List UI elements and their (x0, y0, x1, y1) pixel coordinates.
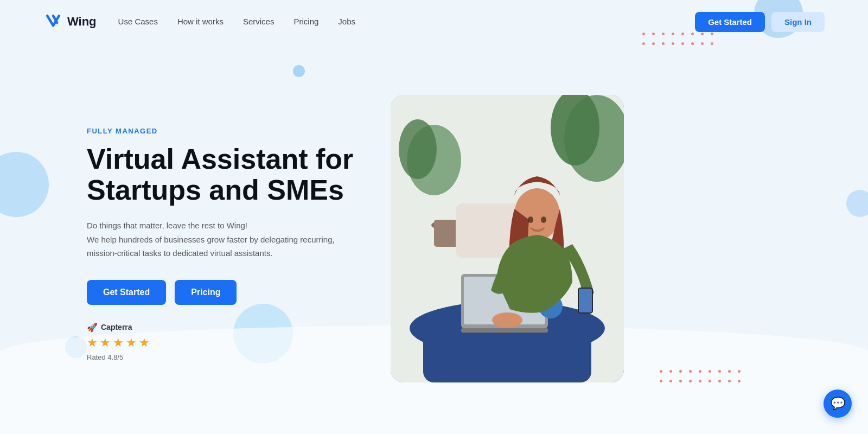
star-4-icon: ★ (126, 336, 137, 350)
chat-button[interactable]: 💬 (824, 390, 852, 418)
nav-item-services[interactable]: Services (243, 17, 275, 27)
star-5-icon: ★ (139, 336, 150, 350)
svg-rect-16 (579, 289, 592, 312)
nav-links: Use Cases How it works Services Pricing … (118, 17, 355, 27)
capterra-label: Capterra (101, 323, 132, 331)
rated-text: Rated 4.8/5 (87, 353, 391, 361)
nav-right: Get Started Sign In (695, 12, 825, 32)
svg-point-19 (541, 216, 546, 223)
hero-title: Virtual Assistant for Startups and SMEs (87, 144, 391, 206)
svg-point-4 (399, 119, 437, 179)
nav-link-services[interactable]: Services (243, 17, 275, 26)
nav-link-use-cases[interactable]: Use Cases (118, 17, 158, 26)
capterra-flag-icon: 🚀 (87, 322, 98, 333)
hero-desc-line3: mission-critical tasks to dedicated virt… (87, 248, 273, 258)
nav-link-pricing[interactable]: Pricing (293, 17, 318, 26)
star-2-icon: ★ (100, 336, 111, 350)
svg-point-17 (492, 312, 522, 328)
star-3-icon: ★ (113, 336, 124, 350)
capterra-section: 🚀 Capterra ★ ★ ★ ★ ★ Rated 4.8/5 (87, 322, 391, 361)
fully-managed-label: FULLY MANAGED (87, 127, 391, 135)
nav-item-jobs[interactable]: Jobs (338, 17, 355, 27)
chat-icon: 💬 (831, 397, 845, 411)
logo-text: Wing (67, 15, 97, 29)
logo-icon (43, 12, 63, 31)
hero-image (391, 95, 624, 382)
nav-item-use-cases[interactable]: Use Cases (118, 17, 158, 27)
nav-item-how-it-works[interactable]: How it works (177, 17, 224, 27)
nav-sign-in-button[interactable]: Sign In (771, 12, 825, 32)
hero-description: Do things that matter, leave the rest to… (87, 219, 347, 260)
hero-desc-line2: We help hundreds of businesses grow fast… (87, 235, 335, 244)
svg-point-18 (528, 216, 533, 223)
main-content: FULLY MANAGED Virtual Assistant for Star… (0, 43, 868, 434)
hero-pricing-button[interactable]: Pricing (175, 280, 237, 305)
hero-image-container (391, 95, 624, 382)
hero-title-line2: Startups and SMEs (87, 174, 344, 206)
hero-scene-svg (391, 95, 624, 382)
nav-link-jobs[interactable]: Jobs (338, 17, 355, 26)
hero-desc-line1: Do things that matter, leave the rest to… (87, 221, 247, 230)
nav-item-pricing[interactable]: Pricing (293, 17, 318, 27)
capterra-brand: 🚀 Capterra (87, 322, 391, 333)
hero-text-section: FULLY MANAGED Virtual Assistant for Star… (87, 116, 391, 361)
hero-title-line1: Virtual Assistant for (87, 143, 353, 175)
hero-get-started-button[interactable]: Get Started (87, 280, 166, 305)
star-rating: ★ ★ ★ ★ ★ (87, 336, 391, 350)
navbar: Wing Use Cases How it works Services Pri… (0, 0, 868, 43)
star-1-icon: ★ (87, 336, 98, 350)
nav-link-how-it-works[interactable]: How it works (177, 17, 224, 26)
nav-left: Wing Use Cases How it works Services Pri… (43, 12, 355, 31)
svg-rect-12 (461, 328, 548, 333)
nav-get-started-button[interactable]: Get Started (695, 12, 765, 32)
hero-buttons: Get Started Pricing (87, 280, 391, 305)
logo-link[interactable]: Wing (43, 12, 97, 31)
